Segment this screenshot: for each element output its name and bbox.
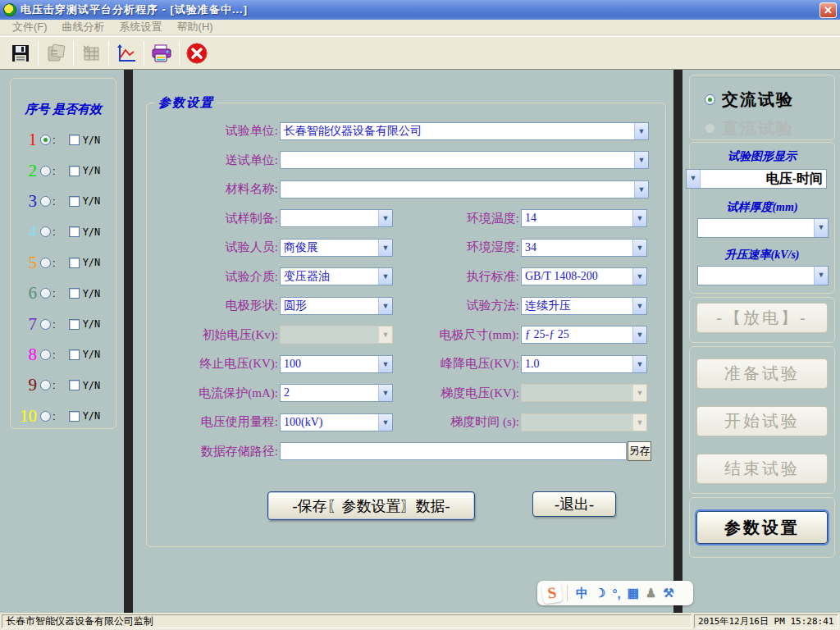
parameter-settings-button[interactable]: 参数设置 <box>696 511 828 544</box>
sequence-number: 8 <box>16 346 37 363</box>
valid-checkbox[interactable] <box>69 135 80 145</box>
exit-button[interactable]: -退出- <box>532 491 616 517</box>
valid-checkbox[interactable] <box>69 380 80 390</box>
finish-test-button: 结束试验 <box>696 454 828 484</box>
test-method-combobox[interactable]: 连续升压 ▼ <box>521 297 647 315</box>
sequence-row: 3 : Y/N <box>16 186 114 217</box>
medium-combobox[interactable]: 变压器油 ▼ <box>280 267 393 285</box>
wrench-icon[interactable]: ⚒ <box>660 586 677 600</box>
sequence-radio[interactable] <box>40 166 51 176</box>
valid-checkbox[interactable] <box>69 196 80 207</box>
sample-prep-combobox[interactable]: ▼ <box>280 209 393 227</box>
data-path-input[interactable] <box>280 442 627 460</box>
valid-checkbox[interactable] <box>69 226 80 237</box>
valid-checkbox[interactable] <box>69 319 80 330</box>
close-icon[interactable]: ✕ <box>819 2 837 18</box>
chevron-down-icon[interactable]: ▼ <box>632 240 646 256</box>
keyboard-icon[interactable]: ▦ <box>624 586 642 600</box>
chevron-down-icon[interactable]: ▼ <box>378 414 392 431</box>
env-humidity-combobox[interactable]: 34 ▼ <box>521 239 647 257</box>
sequence-radio[interactable] <box>40 411 51 422</box>
ac-test-option[interactable]: 交流试验 <box>701 89 794 111</box>
sequence-radio[interactable] <box>40 135 51 145</box>
table-button <box>75 39 107 67</box>
sample-prep-label: 试样制备: <box>147 211 278 226</box>
send-unit-label: 送试单位: <box>147 153 278 168</box>
sequence-number: 2 <box>16 162 37 180</box>
curve-analysis-button[interactable] <box>111 39 142 67</box>
save-as-button[interactable]: 另存 <box>628 441 651 461</box>
env-temp-combobox[interactable]: 14 ▼ <box>521 209 647 227</box>
menu-system-settings[interactable]: 系统设置 <box>112 20 170 34</box>
punctuation-icon[interactable]: °, <box>609 587 623 600</box>
chevron-down-icon[interactable]: ▼ <box>378 356 392 372</box>
valid-checkbox[interactable] <box>69 166 80 176</box>
fullwidth-moon-icon[interactable]: ☽ <box>591 586 609 600</box>
chevron-down-icon[interactable]: ▼ <box>378 210 392 226</box>
tester-combobox[interactable]: 商俊展 ▼ <box>280 239 393 257</box>
electrode-shape-combobox[interactable]: 圆形 ▼ <box>280 297 393 315</box>
current-protect-combobox[interactable]: 2 ▼ <box>280 384 393 402</box>
ac-test-radio[interactable] <box>705 94 715 105</box>
valid-checkbox[interactable] <box>69 411 80 422</box>
sequence-radio[interactable] <box>40 226 51 237</box>
menu-bar: 文件(F) 曲线分析 系统设置 帮助(H) <box>0 20 840 35</box>
print-button[interactable] <box>146 39 177 67</box>
valid-checkbox[interactable] <box>69 349 80 360</box>
stop-button[interactable] <box>181 39 212 67</box>
chevron-down-icon[interactable]: ▼ <box>632 268 646 285</box>
menu-help[interactable]: 帮助(H) <box>170 20 221 34</box>
rate-combobox[interactable]: ▼ <box>697 266 829 285</box>
chevron-down-icon[interactable]: ▼ <box>634 181 648 198</box>
sequence-radio[interactable] <box>40 380 51 390</box>
chevron-down-icon[interactable]: ▼ <box>634 123 648 139</box>
thickness-combobox[interactable]: ▼ <box>697 218 829 238</box>
voltage-range-combobox[interactable]: 100(kV) ▼ <box>280 413 393 431</box>
test-unit-combobox[interactable]: 长春智能仪器设备有限公司 ▼ <box>280 122 649 140</box>
menu-curve-analysis[interactable]: 曲线分析 <box>55 20 112 34</box>
yn-label: Y/N <box>83 165 101 176</box>
valid-checkbox[interactable] <box>69 288 80 299</box>
chevron-down-icon[interactable]: ▼ <box>378 240 392 256</box>
yn-label: Y/N <box>83 410 101 422</box>
user-icon[interactable]: ♟ <box>642 586 660 600</box>
chevron-down-icon[interactable]: ▼ <box>687 170 701 188</box>
standard-combobox[interactable]: GB/T 1408-200 ▼ <box>521 267 647 285</box>
sequence-number: 7 <box>16 316 37 333</box>
sequence-number: 3 <box>16 193 37 210</box>
chevron-down-icon[interactable]: ▼ <box>632 210 646 226</box>
valid-checkbox[interactable] <box>69 258 80 268</box>
chevron-down-icon[interactable]: ▼ <box>632 356 646 372</box>
yn-label: Y/N <box>83 288 101 299</box>
chevron-down-icon[interactable]: ▼ <box>378 385 392 401</box>
chevron-down-icon[interactable]: ▼ <box>814 219 828 237</box>
current-protect-label: 电流保护(mA): <box>147 386 278 401</box>
chevron-down-icon[interactable]: ▼ <box>634 152 648 168</box>
save-parameters-button[interactable]: -保存〖参数设置〗数据- <box>267 491 475 520</box>
right-divider-strip <box>673 70 682 614</box>
peak-drop-combobox[interactable]: 1.0 ▼ <box>521 355 647 373</box>
chevron-down-icon[interactable]: ▼ <box>632 326 646 343</box>
ime-separator <box>567 585 568 601</box>
chevron-down-icon[interactable]: ▼ <box>378 298 392 314</box>
sequence-radio[interactable] <box>40 196 51 207</box>
chevron-down-icon[interactable]: ▼ <box>632 298 646 314</box>
menu-file[interactable]: 文件(F) <box>5 20 55 34</box>
sogou-logo-icon[interactable]: S <box>541 582 563 604</box>
electrode-shape-label: 电极形状: <box>147 298 278 313</box>
sequence-radio[interactable] <box>40 349 51 360</box>
send-unit-combobox[interactable]: ▼ <box>280 151 649 169</box>
electrode-size-combobox[interactable]: ƒ 25-ƒ 25 ▼ <box>521 326 647 344</box>
save-button[interactable] <box>5 39 36 67</box>
test-control-group: 准备试验 开始试验 结束试验 <box>689 346 835 494</box>
chinese-mode-icon[interactable]: 中 <box>573 586 591 601</box>
sequence-radio[interactable] <box>40 319 51 330</box>
chevron-down-icon[interactable]: ▼ <box>378 268 392 285</box>
sequence-radio[interactable] <box>40 288 51 299</box>
chevron-down-icon[interactable]: ▼ <box>814 267 828 285</box>
material-combobox[interactable]: ▼ <box>280 180 649 199</box>
graph-type-combobox[interactable]: ▼ 电压-时间 <box>686 169 827 189</box>
sequence-radio[interactable] <box>40 258 51 268</box>
end-voltage-combobox[interactable]: 100 ▼ <box>280 355 393 373</box>
test-type-group: 交流试验 直流试验 <box>689 75 835 140</box>
